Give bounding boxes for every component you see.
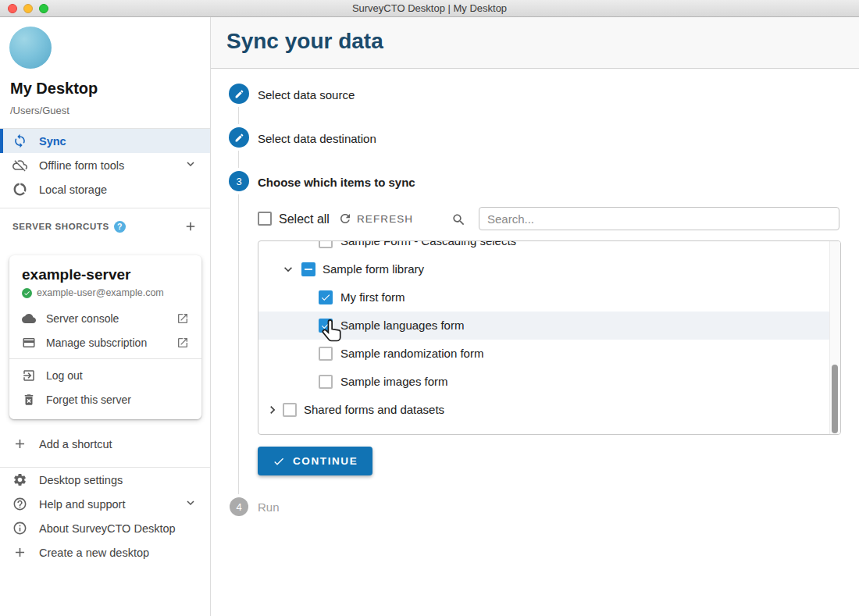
tree-row[interactable]: My first form xyxy=(258,283,831,312)
server-name: example-server xyxy=(9,266,201,283)
search-icon xyxy=(451,212,466,230)
server-console-link[interactable]: Server console xyxy=(9,306,201,330)
desktop-avatar xyxy=(9,27,52,69)
item-label: Sample form library xyxy=(323,262,424,276)
step-connector xyxy=(238,107,239,124)
forget-server-button[interactable]: Forget this server xyxy=(9,387,201,411)
link-label: Server console xyxy=(46,312,119,325)
server-shortcuts-heading: SERVER SHORCUTS xyxy=(12,222,109,231)
step-3-indicator: 3 xyxy=(229,171,249,191)
tree-row[interactable]: Sample Form - Cascading selects xyxy=(258,240,831,255)
add-a-shortcut-button[interactable]: Add a shortcut xyxy=(0,432,210,456)
server-shortcut-card: example-server example-user@example.com … xyxy=(9,255,201,419)
sidebar: My Desktop /Users/Guest Sync Offline for… xyxy=(0,17,211,616)
help-icon xyxy=(12,497,27,511)
sidebar-item-local-storage[interactable]: Local storage xyxy=(0,177,210,201)
add-shortcut-label: Add a shortcut xyxy=(39,438,112,450)
step-2-edit-button[interactable] xyxy=(229,127,249,148)
select-all-checkbox[interactable] xyxy=(258,212,272,226)
sidebar-item-create-desktop[interactable]: Create a new desktop xyxy=(0,540,210,564)
log-out-button[interactable]: Log out xyxy=(9,363,201,387)
sidebar-item-label: Help and support xyxy=(39,498,125,511)
titlebar: SurveyCTO Desktop | My Desktop xyxy=(0,0,859,17)
page-title: Sync your data xyxy=(226,29,383,54)
tree-row[interactable]: Sample form library xyxy=(258,255,831,283)
step-number: 3 xyxy=(236,176,241,187)
plus-icon xyxy=(12,545,27,560)
link-label: Manage subscription xyxy=(46,336,147,349)
server-account: example-user@example.com xyxy=(9,283,201,298)
open-in-new-icon xyxy=(176,312,189,325)
sidebar-item-desktop-settings[interactable]: Desktop settings xyxy=(0,468,210,492)
scrollbar-thumb[interactable] xyxy=(832,365,838,433)
help-badge-icon[interactable]: ? xyxy=(114,221,126,233)
chevron-right-icon[interactable] xyxy=(265,402,280,421)
step-4-label: Run xyxy=(258,500,280,514)
sidebar-item-sync[interactable]: Sync xyxy=(0,129,210,153)
trash-icon xyxy=(22,393,36,407)
tree-row[interactable]: Sample languages form xyxy=(258,312,831,340)
tree-row[interactable]: Sample images form xyxy=(258,368,831,396)
plus-icon xyxy=(12,436,27,451)
desktop-path: /Users/Guest xyxy=(10,105,210,116)
refresh-button[interactable]: REFRESH xyxy=(338,212,413,226)
add-server-shortcut-button[interactable] xyxy=(184,219,198,233)
manage-subscription-link[interactable]: Manage subscription xyxy=(9,330,201,354)
action-label: Forget this server xyxy=(46,393,131,406)
traffic-lights xyxy=(8,4,48,13)
minimize-window-button[interactable] xyxy=(23,4,33,13)
sidebar-item-label: Desktop settings xyxy=(39,474,123,486)
continue-button[interactable]: CONTINUE xyxy=(258,447,372,475)
tree-row[interactable]: Shared forms and datasets xyxy=(258,396,831,424)
chevron-down-icon[interactable] xyxy=(184,157,198,173)
app-window: SurveyCTO Desktop | My Desktop My Deskto… xyxy=(0,0,859,616)
item-checkbox[interactable] xyxy=(319,240,333,248)
pencil-icon xyxy=(234,89,244,99)
sidebar-item-help-and-support[interactable]: Help and support xyxy=(0,492,210,516)
step-2-label: Select data destination xyxy=(258,132,376,145)
action-label: Log out xyxy=(46,369,83,382)
sidebar-item-label: Local storage xyxy=(39,183,107,196)
group-checkbox[interactable] xyxy=(283,403,297,417)
refresh-icon xyxy=(338,212,352,226)
sidebar-item-about[interactable]: About SurveyCTO Desktop xyxy=(0,516,210,540)
plus-icon xyxy=(184,219,198,233)
sidebar-item-offline-form-tools[interactable]: Offline form tools xyxy=(0,153,210,177)
item-checkbox-checked[interactable] xyxy=(319,290,333,304)
zoom-window-button[interactable] xyxy=(39,4,48,13)
card-icon xyxy=(22,336,36,350)
sync-icon xyxy=(12,134,27,148)
main-content: Sync your data Select data source Select… xyxy=(211,17,859,616)
search-input[interactable] xyxy=(479,207,839,230)
desktop-name: My Desktop xyxy=(10,80,210,98)
pencil-icon xyxy=(234,133,244,143)
sidebar-item-label: Create a new desktop xyxy=(39,547,149,559)
chevron-down-icon[interactable] xyxy=(280,262,296,280)
divider xyxy=(0,208,210,208)
page-header: Sync your data xyxy=(211,17,859,69)
step-1-edit-button[interactable] xyxy=(229,84,249,104)
item-label: Sample randomization form xyxy=(340,347,483,360)
scrollbar-track[interactable] xyxy=(829,241,840,434)
item-checkbox[interactable] xyxy=(319,347,333,361)
item-label: Sample images form xyxy=(340,375,448,388)
item-label: Sample Form - Cascading selects xyxy=(340,240,516,247)
select-all-label: Select all xyxy=(279,212,330,226)
close-window-button[interactable] xyxy=(8,4,17,13)
item-label: Shared forms and datasets xyxy=(304,403,444,416)
step-number: 4 xyxy=(236,501,241,513)
data-usage-icon xyxy=(12,182,27,197)
refresh-label: REFRESH xyxy=(357,213,413,225)
step-connector xyxy=(238,151,239,168)
cloud-off-icon xyxy=(12,158,27,173)
sidebar-item-label: About SurveyCTO Desktop xyxy=(39,522,176,535)
item-label: My first form xyxy=(340,290,405,304)
step-4-indicator: 4 xyxy=(230,497,248,516)
tree-row[interactable]: Sample randomization form xyxy=(258,340,831,368)
group-checkbox-indeterminate[interactable] xyxy=(301,262,315,276)
gear-icon xyxy=(12,472,27,487)
chevron-down-icon[interactable] xyxy=(184,496,198,512)
item-checkbox-checked[interactable] xyxy=(319,319,333,333)
item-checkbox[interactable] xyxy=(319,375,333,389)
cloud-icon xyxy=(22,312,36,326)
